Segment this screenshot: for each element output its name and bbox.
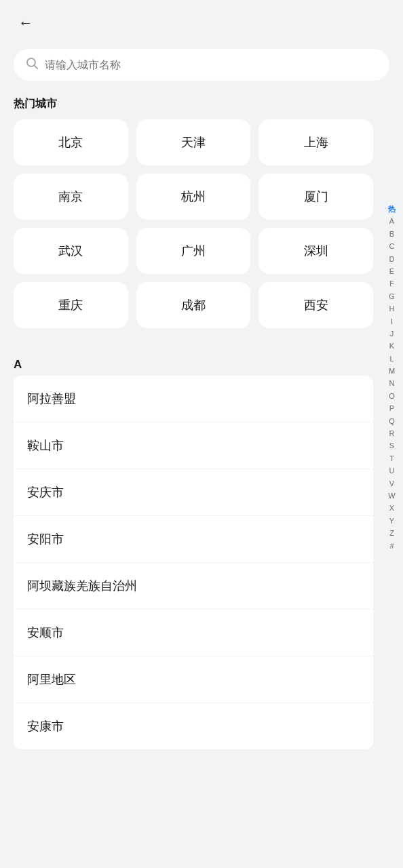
svg-line-1 — [35, 66, 37, 68]
alpha-index-item-e[interactable]: E — [387, 266, 396, 277]
city-btn-chengdu[interactable]: 成都 — [136, 282, 251, 328]
alpha-index-item-q[interactable]: Q — [387, 416, 397, 427]
svg-point-0 — [27, 58, 35, 66]
city-btn-wuhan[interactable]: 武汉 — [14, 228, 128, 274]
city-btn-nanjing[interactable]: 南京 — [14, 174, 128, 220]
alpha-index-item-p[interactable]: P — [387, 403, 396, 414]
list-item[interactable]: 鞍山市 — [14, 422, 373, 469]
city-btn-chongqing[interactable]: 重庆 — [14, 282, 128, 328]
hot-cities-label: 热门城市 — [0, 92, 387, 119]
alpha-index-item-n[interactable]: N — [387, 378, 397, 389]
list-item[interactable]: 阿拉善盟 — [14, 376, 373, 422]
back-button[interactable]: ← — [14, 11, 38, 35]
alpha-index-item-k[interactable]: K — [387, 340, 396, 352]
list-item[interactable]: 安庆市 — [14, 469, 373, 516]
alpha-index-item-y[interactable]: Y — [387, 515, 396, 527]
hot-cities-grid: 北京 天津 上海 南京 杭州 厦门 武汉 广州 深圳 重庆 成都 西安 — [0, 119, 387, 342]
alpha-index-item-u[interactable]: U — [387, 465, 397, 477]
city-list-section-a: 阿拉善盟 鞍山市 安庆市 安阳市 阿坝藏族羌族自治州 安顺市 阿里地区 安康市 — [14, 376, 373, 749]
alpha-index-item-o[interactable]: O — [387, 391, 397, 402]
alpha-letter-a: A — [14, 349, 373, 376]
city-btn-tianjin[interactable]: 天津 — [136, 119, 251, 165]
alpha-index-item-a[interactable]: A — [387, 216, 396, 227]
city-btn-shanghai[interactable]: 上海 — [258, 119, 373, 165]
alpha-index-item-i[interactable]: I — [389, 316, 395, 328]
back-arrow-icon: ← — [18, 14, 33, 32]
alpha-index-item-hot[interactable]: 热 — [386, 203, 398, 215]
search-icon — [26, 57, 38, 73]
main-content: 热门城市 北京 天津 上海 南京 杭州 厦门 武汉 广州 深圳 重庆 成都 西安… — [0, 92, 403, 749]
city-btn-shenzhen[interactable]: 深圳 — [258, 228, 373, 274]
list-item[interactable]: 阿坝藏族羌族自治州 — [14, 563, 373, 610]
alpha-section-a: A 阿拉善盟 鞍山市 安庆市 安阳市 阿坝藏族羌族自治州 安顺市 阿里地区 安康… — [0, 342, 387, 749]
city-btn-xiamen[interactable]: 厦门 — [258, 174, 373, 220]
search-input[interactable] — [45, 59, 377, 71]
alpha-index-item-j[interactable]: J — [388, 328, 396, 340]
alpha-index-item-r[interactable]: R — [387, 428, 397, 439]
city-btn-xian[interactable]: 西安 — [258, 282, 373, 328]
city-btn-hangzhou[interactable]: 杭州 — [136, 174, 251, 220]
alpha-index-item-s[interactable]: S — [387, 440, 396, 452]
alpha-index-item-w[interactable]: W — [386, 490, 397, 502]
alpha-index-item-m[interactable]: M — [387, 366, 397, 377]
list-item[interactable]: 安阳市 — [14, 516, 373, 563]
alpha-index-item-v[interactable]: V — [387, 478, 396, 490]
header: ← — [0, 0, 403, 46]
list-item[interactable]: 安康市 — [14, 703, 373, 749]
alpha-index-item-hash[interactable]: # — [387, 540, 396, 552]
alpha-index-item-z[interactable]: Z — [387, 528, 396, 539]
alpha-index-item-t[interactable]: T — [387, 453, 396, 465]
alpha-index-item-c[interactable]: C — [387, 241, 397, 252]
city-btn-beijing[interactable]: 北京 — [14, 119, 128, 165]
alpha-index-item-x[interactable]: X — [387, 502, 396, 514]
alpha-index-item-f[interactable]: F — [387, 278, 396, 290]
search-bar[interactable] — [14, 49, 389, 81]
alpha-index-item-g[interactable]: G — [387, 291, 397, 302]
alpha-index-item-d[interactable]: D — [387, 254, 397, 265]
list-item[interactable]: 阿里地区 — [14, 656, 373, 703]
list-item[interactable]: 安顺市 — [14, 610, 373, 656]
alpha-index-sidebar: 热 A B C D E F G H I J K L M N O P Q R S … — [386, 203, 398, 552]
alpha-index-item-b[interactable]: B — [387, 229, 396, 240]
alpha-index-item-l[interactable]: L — [387, 353, 396, 365]
alpha-index-item-h[interactable]: H — [387, 303, 397, 315]
city-btn-guangzhou[interactable]: 广州 — [136, 228, 251, 274]
